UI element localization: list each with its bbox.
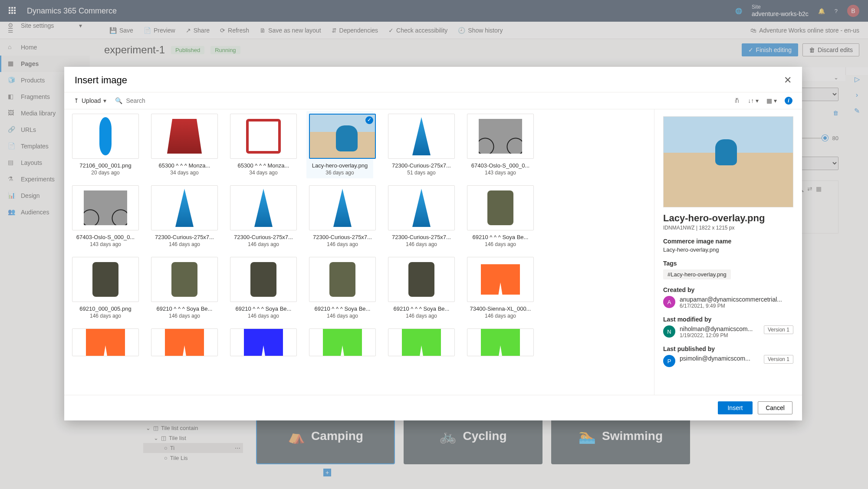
label-tags: Tags [663, 260, 793, 267]
thumbnail-name: 69210 ^ ^ ^ Soya Be... [309, 305, 376, 312]
info-icon[interactable]: i [785, 97, 792, 105]
detail-preview [663, 116, 793, 207]
detail-filename: Lacy-hero-overlay.png [663, 213, 793, 224]
thumbnail-card[interactable]: 72300-Curious-275x7...146 days ago [151, 185, 218, 247]
thumbnail-date: 143 days ago [467, 170, 534, 176]
modified-user: niholman@dynamicscom... [680, 325, 760, 332]
created-date: 6/17/2021, 9:49 PM [680, 303, 782, 309]
insert-button[interactable]: Insert [718, 401, 753, 414]
thumbnail-card[interactable]: 67403-Oslo-S_000_0...143 days ago [72, 185, 139, 247]
thumbnail-name: 73400-Sienna-XL_000... [467, 305, 534, 312]
thumbnail-name: 69210 ^ ^ ^ Soya Be... [388, 305, 455, 312]
thumbnail-name: 67403-Oslo-S_000_0... [467, 162, 534, 169]
thumbnail-card[interactable]: 69210 ^ ^ ^ Soya Be...146 days ago [309, 257, 376, 319]
thumbnail-name: 72300-Curious-275x7... [230, 234, 297, 240]
modified-date: 1/19/2022, 12:09 PM [680, 332, 760, 338]
label-commerce-name: Commerce image name [663, 238, 793, 245]
thumbnail-date: 146 days ago [467, 313, 534, 319]
thumbnail-date: 143 days ago [72, 241, 139, 247]
thumbnail-card[interactable] [72, 328, 139, 356]
chevron-down-icon: ▾ [103, 97, 106, 104]
thumbnail-name: 69210_000_005.png [72, 305, 139, 312]
thumbnail-card[interactable]: 69210_000_005.png146 days ago [72, 257, 139, 319]
thumbnail-card[interactable] [467, 328, 534, 356]
modal-title: Insert image [75, 75, 127, 86]
tag-chip[interactable]: #Lacy-hero-overlay.png [663, 269, 731, 279]
thumbnail-card[interactable]: 65300 ^ ^ ^ Monza...34 days ago [230, 114, 297, 176]
thumbnail-card[interactable] [309, 328, 376, 356]
label-created: Created by [663, 286, 793, 293]
thumbnail-date: 34 days ago [151, 170, 218, 176]
value-commerce-name: Lacy-hero-overlay.png [663, 246, 793, 253]
thumbnail-card[interactable]: 72300-Curious-275x7...146 days ago [388, 185, 455, 247]
thumbnail-card[interactable]: 69210 ^ ^ ^ Soya Be...146 days ago [467, 185, 534, 247]
avatar: P [663, 355, 675, 367]
thumbnail-card[interactable]: 73400-Sienna-XL_000...146 days ago [467, 257, 534, 319]
thumbnail-date: 146 days ago [467, 241, 534, 247]
upload-icon: ⤒ [74, 97, 79, 104]
avatar: A [663, 296, 675, 308]
thumbnail-date: 146 days ago [388, 313, 455, 319]
thumbnail-name: 72300-Curious-275x7... [388, 234, 455, 240]
thumbnail-date: 146 days ago [151, 241, 218, 247]
thumbnail-date: 146 days ago [309, 241, 376, 247]
thumbnail-card[interactable]: 69210 ^ ^ ^ Soya Be...146 days ago [151, 257, 218, 319]
thumbnail-name: 72300-Curious-275x7... [151, 234, 218, 240]
thumbnail-card[interactable]: 72300-Curious-275x7...51 days ago [388, 114, 455, 176]
view-icon[interactable]: ▦ ▾ [766, 97, 777, 104]
thumbnail-card[interactable] [230, 328, 297, 356]
thumbnail-date: 36 days ago [309, 170, 371, 176]
created-user: anupamar@dynamicscommercetrial... [680, 296, 782, 303]
thumbnail-date: 146 days ago [72, 313, 139, 319]
thumbnail-name: 69210 ^ ^ ^ Soya Be... [230, 305, 297, 312]
filter-icon[interactable]: ⫚ [734, 97, 740, 104]
thumbnail-card[interactable] [388, 328, 455, 356]
thumbnail-card[interactable]: 65300 ^ ^ ^ Monza...34 days ago [151, 114, 218, 176]
version-badge: Version 1 [764, 325, 793, 334]
thumbnail-name: 72300-Curious-275x7... [388, 162, 455, 169]
detail-pane: Lacy-hero-overlay.png IDNMA1NWZ | 1822 x… [654, 109, 802, 395]
thumbnail-card[interactable]: 72300-Curious-275x7...146 days ago [230, 185, 297, 247]
avatar: N [663, 325, 675, 338]
thumbnail-date: 146 days ago [388, 241, 455, 247]
thumbnail-card[interactable]: 72106_000_001.png20 days ago [72, 114, 139, 176]
thumbnail-name: 65300 ^ ^ ^ Monza... [230, 162, 297, 169]
thumbnail-name: 72106_000_001.png [72, 162, 139, 169]
thumbnail-date: 146 days ago [230, 313, 297, 319]
insert-image-modal: Insert image ✕ ⤒ Upload ▾ 🔍 ⫚ ↓↑ ▾ ▦ ▾ i… [64, 67, 802, 420]
thumbnail-date: 51 days ago [388, 170, 455, 176]
detail-idline: IDNMA1NWZ | 1822 x 1215 px [663, 225, 793, 231]
thumbnail-name: 69210 ^ ^ ^ Soya Be... [151, 305, 218, 312]
thumbnail-name: 67403-Oslo-S_000_0... [72, 234, 139, 240]
thumbnail-date: 34 days ago [230, 170, 297, 176]
thumbnail-name: 69210 ^ ^ ^ Soya Be... [467, 234, 534, 240]
thumbnail-card[interactable]: Lacy-hero-overlay.png36 days ago [306, 111, 373, 178]
thumbnail-card[interactable]: 72300-Curious-275x7...146 days ago [309, 185, 376, 247]
thumbnail-name: 72300-Curious-275x7... [309, 234, 376, 240]
thumbnail-name: Lacy-hero-overlay.png [309, 162, 371, 169]
version-badge: Version 1 [764, 355, 793, 364]
thumbnail-date: 146 days ago [230, 241, 297, 247]
thumbnail-date: 20 days ago [72, 170, 139, 176]
close-icon[interactable]: ✕ [784, 75, 792, 86]
search-box[interactable]: 🔍 [115, 97, 178, 104]
thumbnail-date: 146 days ago [151, 313, 218, 319]
thumbnail-card[interactable]: 67403-Oslo-S_000_0...143 days ago [467, 114, 534, 176]
upload-button[interactable]: ⤒ Upload ▾ [74, 97, 106, 104]
thumbnail-card[interactable]: 69210 ^ ^ ^ Soya Be...146 days ago [388, 257, 455, 319]
thumbnail-card[interactable] [151, 328, 218, 356]
search-icon: 🔍 [115, 97, 122, 104]
label-modified: Last modified by [663, 316, 793, 323]
thumbnail-name: 65300 ^ ^ ^ Monza... [151, 162, 218, 169]
thumbnail-date: 146 days ago [309, 313, 376, 319]
cancel-button[interactable]: Cancel [758, 401, 792, 414]
search-input[interactable] [126, 97, 178, 104]
published-user: psimolin@dynamicscom... [680, 355, 760, 362]
sort-icon[interactable]: ↓↑ ▾ [748, 97, 759, 104]
image-gallery: 72106_000_001.png20 days ago65300 ^ ^ ^ … [64, 109, 654, 395]
label-published: Last published by [663, 345, 793, 352]
thumbnail-card[interactable]: 69210 ^ ^ ^ Soya Be...146 days ago [230, 257, 297, 319]
